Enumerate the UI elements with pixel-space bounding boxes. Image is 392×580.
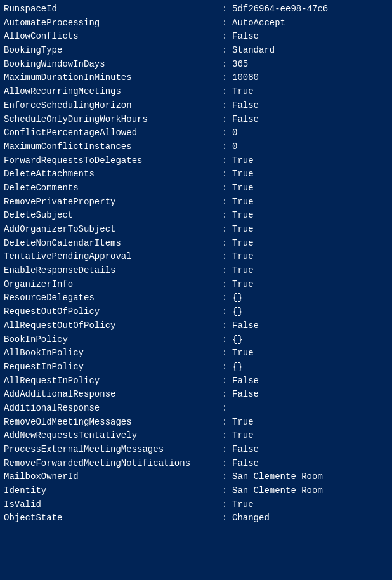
separator: :: [219, 360, 232, 374]
property-key: AddAdditionalResponse: [4, 388, 219, 402]
table-row: ResourceDelegates : {}: [4, 291, 388, 305]
table-row: AllowConflicts : False: [4, 30, 388, 44]
property-value: {}: [232, 360, 243, 374]
table-row: TentativePendingApproval : True: [4, 250, 388, 264]
property-value: False: [232, 443, 259, 457]
property-value: 10080: [232, 71, 259, 85]
property-key: MaximumConflictInstances: [4, 140, 219, 154]
separator: :: [219, 237, 232, 251]
property-value: 0: [232, 140, 237, 154]
property-key: RemoveForwardedMeetingNotifications: [4, 457, 219, 471]
separator: :: [219, 44, 232, 58]
property-value: False: [232, 30, 259, 44]
property-key: ForwardRequestsToDelegates: [4, 154, 219, 168]
property-key: IsValid: [4, 498, 219, 512]
table-row: BookingType : Standard: [4, 44, 388, 58]
separator: :: [219, 223, 232, 237]
separator: :: [219, 71, 232, 85]
table-row: DeleteComments : True: [4, 181, 388, 195]
table-row: AllRequestOutOfPolicy : False: [4, 319, 388, 333]
property-value: True: [232, 181, 254, 195]
property-key: RemovePrivateProperty: [4, 195, 219, 209]
separator: :: [219, 264, 232, 278]
property-value: True: [232, 264, 254, 278]
property-key: DeleteSubject: [4, 209, 219, 223]
separator: :: [219, 195, 232, 209]
property-value: {}: [232, 291, 243, 305]
property-value: True: [232, 85, 254, 99]
property-value: {}: [232, 333, 243, 347]
property-key: AdditionalResponse: [4, 402, 219, 416]
property-key: AddNewRequestsTentatively: [4, 429, 219, 443]
separator: :: [219, 168, 232, 181]
property-key: AllowConflicts: [4, 30, 219, 44]
property-key: AllBookInPolicy: [4, 346, 219, 360]
property-value: AutoAccept: [232, 16, 285, 30]
property-key: DeleteComments: [4, 181, 219, 195]
property-value: True: [232, 237, 254, 251]
table-row: EnforceSchedulingHorizon : False: [4, 99, 388, 113]
separator: :: [219, 154, 232, 168]
terminal-output: RunspaceId : 5df26964-ee98-47c6AutomateP…: [4, 3, 388, 525]
table-row: AddAdditionalResponse : False: [4, 388, 388, 402]
table-row: EnableResponseDetails : True: [4, 264, 388, 278]
table-row: OrganizerInfo : True: [4, 278, 388, 292]
table-row: RequestOutOfPolicy : {}: [4, 305, 388, 319]
property-key: OrganizerInfo: [4, 278, 219, 292]
property-value: False: [232, 319, 259, 333]
property-value: True: [232, 416, 254, 430]
property-key: MaximumDurationInMinutes: [4, 71, 219, 85]
property-value: False: [232, 99, 259, 113]
property-key: ResourceDelegates: [4, 291, 219, 305]
separator: :: [219, 99, 232, 113]
table-row: MailboxOwnerId : San Clemente Room: [4, 470, 388, 484]
separator: :: [219, 498, 232, 512]
table-row: AutomateProcessing : AutoAccept: [4, 16, 388, 30]
separator: :: [219, 511, 232, 525]
property-value: Changed: [232, 511, 270, 525]
table-row: AdditionalResponse :: [4, 402, 388, 416]
separator: :: [219, 140, 232, 154]
separator: :: [219, 113, 232, 127]
property-value: True: [232, 195, 254, 209]
property-value: True: [232, 209, 254, 223]
table-row: RemoveOldMeetingMessages : True: [4, 416, 388, 430]
separator: :: [219, 470, 232, 484]
separator: :: [219, 402, 232, 416]
property-key: RemoveOldMeetingMessages: [4, 416, 219, 430]
separator: :: [219, 305, 232, 319]
table-row: Identity : San Clemente Room: [4, 484, 388, 498]
separator: :: [219, 457, 232, 471]
table-row: DeleteNonCalendarItems : True: [4, 237, 388, 251]
property-key: EnableResponseDetails: [4, 264, 219, 278]
table-row: AddOrganizerToSubject : True: [4, 223, 388, 237]
table-row: RequestInPolicy : {}: [4, 360, 388, 374]
separator: :: [219, 30, 232, 44]
separator: :: [219, 291, 232, 305]
property-value: False: [232, 457, 259, 471]
separator: :: [219, 58, 232, 72]
property-key: MailboxOwnerId: [4, 470, 219, 484]
property-value: 0: [232, 126, 237, 140]
property-key: ObjectState: [4, 511, 219, 525]
separator: :: [219, 333, 232, 347]
property-key: EnforceSchedulingHorizon: [4, 99, 219, 113]
separator: :: [219, 16, 232, 30]
property-key: AddOrganizerToSubject: [4, 223, 219, 237]
table-row: AllRequestInPolicy : False: [4, 374, 388, 388]
property-value: False: [232, 374, 259, 388]
property-value: False: [232, 113, 259, 127]
table-row: DeleteAttachments : True: [4, 168, 388, 181]
separator: :: [219, 319, 232, 333]
table-row: AllowRecurringMeetings : True: [4, 85, 388, 99]
separator: :: [219, 126, 232, 140]
property-value: False: [232, 388, 259, 402]
table-row: ProcessExternalMeetingMessages : False: [4, 443, 388, 457]
property-value: True: [232, 250, 254, 264]
separator: :: [219, 346, 232, 360]
property-key: DeleteAttachments: [4, 168, 219, 181]
property-key: BookInPolicy: [4, 333, 219, 347]
table-row: ForwardRequestsToDelegates : True: [4, 154, 388, 168]
property-value: True: [232, 498, 254, 512]
separator: :: [219, 416, 232, 430]
